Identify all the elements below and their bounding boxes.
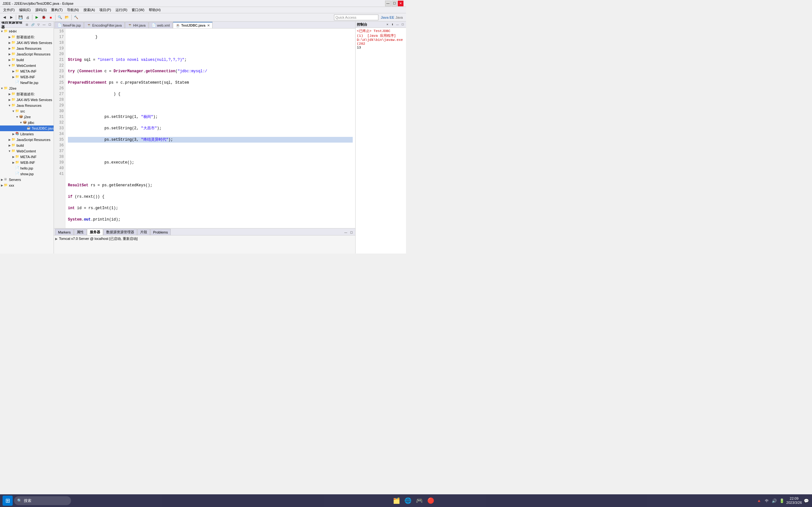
menu-file[interactable]: 文件(F): [1, 7, 16, 13]
java-ee-perspective[interactable]: Java EE: [381, 15, 394, 19]
tree-item-show[interactable]: ▶ 📄 show.jsp: [0, 171, 54, 177]
maximize-panel-button[interactable]: ☐: [47, 22, 52, 27]
tb-print-button[interactable]: 🖨: [24, 14, 31, 20]
view-menu-button[interactable]: ▽: [36, 22, 41, 27]
tree-item-j2ee-jaxws[interactable]: ▶ 📁 JAX-WS Web Services: [0, 97, 54, 103]
menu-edit[interactable]: 编辑(E): [17, 7, 33, 13]
tree-toggle[interactable]: ▼: [11, 109, 15, 113]
tree-item-libraries[interactable]: ▶ 📚 Libraries: [0, 131, 54, 137]
tree-toggle[interactable]: ▼: [8, 104, 11, 107]
menu-help[interactable]: 帮助(H): [147, 7, 162, 13]
tree-toggle[interactable]: ▶: [8, 41, 11, 45]
code-editor[interactable]: } String sql = "insert into novel values…: [65, 29, 355, 228]
tree-item-hhh-js[interactable]: ▶ 📁 JavaScript Resources: [0, 51, 54, 57]
minimize-panel-button[interactable]: —: [42, 22, 47, 27]
link-editor-button[interactable]: 🔗: [30, 22, 35, 27]
menu-search[interactable]: 搜索(A): [82, 7, 97, 13]
bottom-minimize-button[interactable]: —: [343, 230, 348, 235]
bottom-maximize-button[interactable]: ☐: [349, 230, 354, 235]
tab-close-icon[interactable]: ✕: [207, 24, 210, 27]
tree-toggle[interactable]: ▶: [11, 161, 15, 164]
tree-item-hhh-build[interactable]: ▶ 📁 build: [0, 57, 54, 63]
tree-toggle[interactable]: ▼: [15, 115, 19, 119]
tree-item-j2ee-webinf[interactable]: ▶ 📁 WEB-INF: [0, 160, 54, 165]
tree-item-pkg-jdbc[interactable]: ▼ 📦 jdbc: [0, 120, 54, 125]
tree-item-hello[interactable]: ▶ 📄 hello.jsp: [0, 165, 54, 171]
close-button[interactable]: ✕: [398, 1, 403, 6]
tree-item-hhh-java[interactable]: ▶ 📁 Java Resources: [0, 46, 54, 51]
tree-toggle[interactable]: ▶: [8, 98, 11, 102]
console-maximize-button[interactable]: ☐: [400, 22, 405, 27]
tree-toggle[interactable]: ▶: [0, 178, 4, 181]
tb-forward-button[interactable]: ▶: [8, 14, 14, 20]
tree-toggle[interactable]: ▼: [0, 30, 4, 33]
tree-item-j2ee-jsresources[interactable]: ▶ 📁 JavaScript Resources: [0, 137, 54, 143]
tree-item-hhh-webcontent[interactable]: ▼ 📁 WebContent: [0, 63, 54, 68]
tree-toggle[interactable]: ▼: [0, 87, 4, 90]
tree-toggle[interactable]: ▶: [11, 69, 15, 73]
menu-refactor[interactable]: 重构(T): [49, 7, 64, 13]
tree-toggle[interactable]: ▶: [0, 183, 4, 187]
maximize-button[interactable]: ☐: [392, 1, 397, 6]
tree-item-j2ee[interactable]: ▼ 📁 J2ee: [0, 86, 54, 91]
tree-toggle[interactable]: ▼: [8, 149, 11, 153]
tb-search-button[interactable]: 🔍: [57, 14, 63, 20]
tree-item-hhh-newfile[interactable]: ▶ 📄 NewFile.jsp: [0, 80, 54, 86]
console-scroll-button[interactable]: ⬇: [390, 22, 395, 27]
tab-hh[interactable]: ☕ HH.java: [125, 22, 148, 28]
console-clear-button[interactable]: ✕: [385, 22, 390, 27]
tree-toggle[interactable]: ▼: [19, 121, 23, 124]
tb-run-button[interactable]: ▶: [34, 14, 40, 20]
tree-toggle[interactable]: ▶: [8, 35, 11, 39]
tab-newfile[interactable]: 📄 NewFile.jsp: [55, 22, 84, 28]
tab-markers[interactable]: Markers: [55, 229, 73, 235]
minimize-button[interactable]: —: [385, 1, 391, 6]
tree-item-j2ee-build[interactable]: ▶ 📁 build: [0, 143, 54, 148]
console-minimize-button[interactable]: —: [395, 22, 400, 27]
menu-project[interactable]: 项目(P): [97, 7, 113, 13]
tab-servers[interactable]: 服务器: [87, 229, 103, 235]
tree-item-src[interactable]: ▼ 📁 src: [0, 108, 54, 114]
tree-item-servers[interactable]: ▶ 🖥 Servers: [0, 177, 54, 182]
tree-item-hhh-deploy[interactable]: ▶ 📁 部署描述符:: [0, 34, 54, 40]
tree-item-pkg-j2ee[interactable]: ▼ 📦 j2ee: [0, 114, 54, 120]
tree-item-testjdbc[interactable]: ▶ ☕ TestJDBC.java: [0, 125, 54, 131]
tree-item-hhh[interactable]: ▼ 📁 HHH: [0, 29, 54, 34]
tab-encodingfilter[interactable]: ☕ EncodingFilter.java: [84, 22, 125, 28]
tree-toggle[interactable]: ▶: [11, 155, 15, 159]
tree-item-hhh-jaxws[interactable]: ▶ 📁 JAX-WS Web Services: [0, 40, 54, 46]
tab-testjdbc[interactable]: ☕ TestJDBC.java ✕: [173, 22, 212, 28]
tree-toggle[interactable]: ▶: [11, 132, 15, 136]
menu-navigate[interactable]: 导航(N): [65, 7, 81, 13]
tree-item-hhh-webinf[interactable]: ▶ 📁 WEB-INF: [0, 74, 54, 80]
menu-run[interactable]: 运行(R): [113, 7, 129, 13]
tb-save-button[interactable]: 💾: [17, 14, 24, 20]
tree-toggle[interactable]: ▶: [11, 75, 15, 79]
tab-snippets[interactable]: 片段: [137, 229, 150, 235]
tree-toggle[interactable]: ▶: [8, 52, 11, 56]
java-perspective[interactable]: Java: [396, 15, 403, 19]
menu-source[interactable]: 源码(S): [33, 7, 49, 13]
tb-back-button[interactable]: ◀: [1, 14, 8, 20]
tab-problems[interactable]: Problems: [150, 229, 171, 235]
tab-properties[interactable]: 属性: [74, 229, 87, 235]
tb-build-button[interactable]: 🔨: [73, 14, 79, 20]
tree-toggle[interactable]: ▶: [8, 47, 11, 50]
tree-toggle[interactable]: ▶: [8, 144, 11, 147]
tab-webxml[interactable]: 📄 web.xml: [149, 22, 172, 28]
tb-stop-button[interactable]: ■: [48, 14, 54, 20]
quick-access-box[interactable]: Quick Access: [334, 14, 378, 20]
tree-toggle[interactable]: ▼: [8, 64, 11, 67]
tree-item-j2ee-metainf[interactable]: ▶ 📁 META-INF: [0, 154, 54, 160]
tree-item-xxx[interactable]: ▶ 📁 xxx: [0, 182, 54, 188]
tree-toggle[interactable]: ▶: [8, 138, 11, 142]
tree-toggle[interactable]: ▶: [8, 58, 11, 62]
tb-open-button[interactable]: 📂: [64, 14, 70, 20]
tree-item-j2ee-deploy[interactable]: ▶ 📁 部署描述符:: [0, 91, 54, 97]
tab-datasource[interactable]: 数据源资源管理器: [103, 229, 137, 235]
tree-item-hhh-metainf[interactable]: ▶ 📁 META-INF: [0, 68, 54, 74]
tree-toggle[interactable]: ▶: [8, 92, 11, 96]
tb-debug-button[interactable]: 🐞: [41, 14, 47, 20]
tree-item-j2ee-java[interactable]: ▼ 📁 Java Resources: [0, 103, 54, 108]
tree-item-j2ee-webcontent[interactable]: ▼ 📁 WebContent: [0, 148, 54, 154]
